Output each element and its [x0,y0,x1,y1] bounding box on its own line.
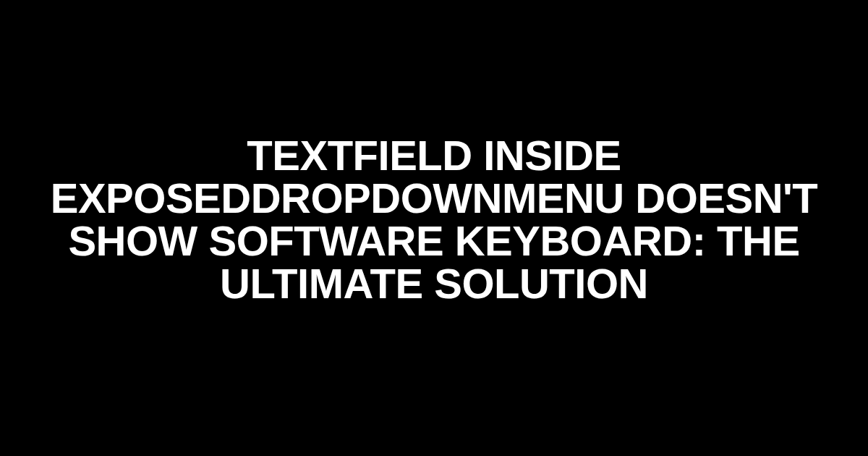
article-title: TextField inside ExposedDropdownMenu doe… [25,134,843,305]
